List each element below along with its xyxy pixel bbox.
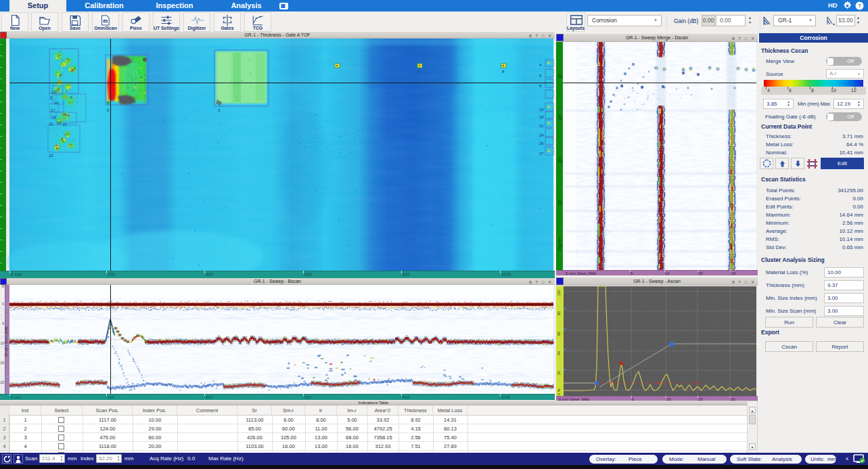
svg-text:50: 50 — [557, 74, 562, 78]
svg-text:0 mm: 0 mm — [11, 272, 22, 277]
svg-text:22: 22 — [49, 122, 53, 126]
svg-text:-5: -5 — [1, 285, 5, 288]
svg-text:250 mm: 250 mm — [557, 238, 562, 251]
svg-text:0: 0 — [2, 302, 4, 306]
svg-text:600: 600 — [304, 272, 312, 277]
svg-text:150: 150 — [557, 157, 562, 163]
svg-text:80: 80 — [557, 311, 561, 315]
svg-text:23: 23 — [49, 154, 53, 158]
svg-text:26: 26 — [539, 141, 544, 146]
svg-text:1000: 1000 — [501, 395, 511, 399]
svg-text:15: 15 — [62, 122, 67, 127]
svg-text:19: 19 — [51, 115, 56, 119]
svg-text:21: 21 — [539, 124, 544, 128]
svg-text:40: 40 — [557, 351, 561, 355]
svg-text:?: ? — [858, 3, 861, 9]
svg-text:15: 15 — [539, 108, 544, 112]
svg-text:400: 400 — [206, 272, 213, 277]
svg-text:400: 400 — [206, 395, 213, 399]
svg-text:800: 800 — [403, 272, 410, 277]
svg-text:24: 24 — [539, 133, 544, 137]
svg-text:1000: 1000 — [501, 272, 511, 277]
svg-text:100: 100 — [557, 290, 561, 296]
svg-text:200: 200 — [557, 199, 562, 205]
svg-text:10: 10 — [665, 271, 670, 275]
svg-text:200: 200 — [108, 272, 115, 277]
svg-text:10: 10 — [54, 101, 59, 105]
svg-text:0 mm: 0 mm — [11, 395, 21, 399]
svg-text:20: 20 — [557, 371, 561, 375]
svg-text:0 %: 0 % — [557, 388, 561, 395]
svg-text:15: 15 — [698, 271, 703, 275]
svg-text:17: 17 — [51, 108, 55, 112]
svg-text:10: 10 — [0, 341, 4, 345]
svg-text:600: 600 — [304, 395, 312, 399]
svg-text:5: 5 — [2, 321, 4, 326]
svg-text:60: 60 — [557, 332, 561, 336]
svg-text:20: 20 — [731, 271, 736, 275]
svg-text:20: 20 — [57, 121, 62, 125]
svg-text:18: 18 — [539, 115, 544, 119]
svg-text:20: 20 — [0, 380, 4, 384]
svg-text:100: 100 — [557, 114, 562, 120]
svg-text:800: 800 — [403, 395, 410, 399]
svg-text:12: 12 — [51, 90, 56, 94]
svg-text:20 mm Steel_Mild: 20 mm Steel_Mild — [4, 327, 8, 357]
svg-text:15: 15 — [0, 361, 4, 365]
svg-text:27: 27 — [539, 152, 544, 156]
svg-text:200: 200 — [108, 395, 115, 399]
svg-text:-5 mm Steel_Mild: -5 mm Steel_Mild — [564, 271, 596, 275]
